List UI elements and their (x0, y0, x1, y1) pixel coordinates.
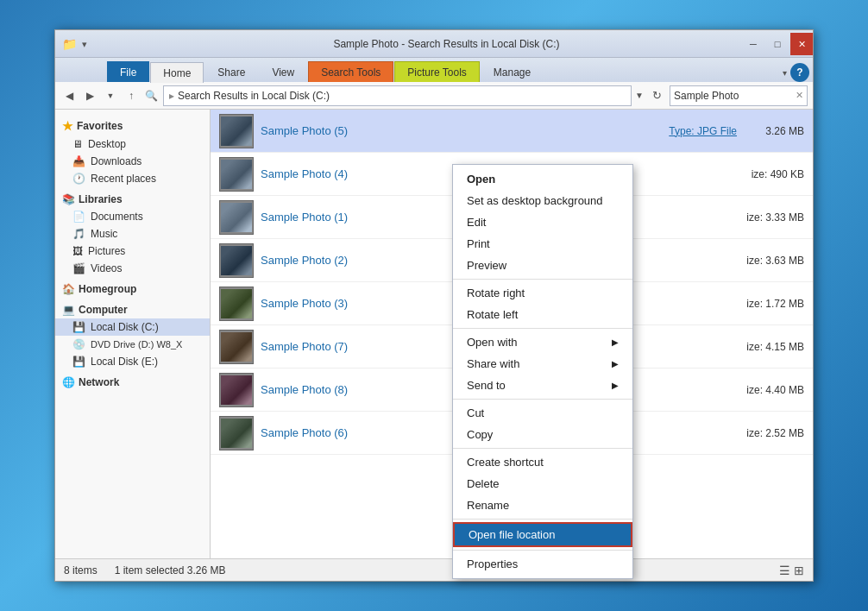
sidebar-item-videos[interactable]: 🎬 Videos (55, 260, 210, 277)
context-menu-item[interactable]: Rotate right (453, 282, 632, 304)
context-menu-item[interactable]: Edit (453, 211, 632, 233)
sidebar-section-favorites: ★ Favorites 🖥 Desktop 📥 Downloads 🕐 Rece… (55, 117, 210, 187)
file-size: ize: 2.52 MB (744, 427, 804, 439)
address-dropdown[interactable]: ▼ (635, 91, 644, 100)
file-thumbnail (219, 373, 254, 407)
sidebar-item-documents[interactable]: 📄 Documents (55, 208, 210, 225)
tab-view[interactable]: View (259, 61, 307, 82)
sidebar-section-libraries: 📚 Libraries 📄 Documents 🎵 Music 🖼 Pictur… (55, 191, 210, 277)
sidebar-item-pictures[interactable]: 🖼 Pictures (55, 243, 210, 260)
sidebar-header-network[interactable]: 🌐 Network (55, 374, 210, 391)
recent-locations-button[interactable]: ▼ (102, 87, 119, 104)
forward-button[interactable]: ▶ (81, 87, 98, 104)
sidebar-item-local-e[interactable]: 💾 Local Disk (E:) (55, 353, 210, 370)
sidebar: ★ Favorites 🖥 Desktop 📥 Downloads 🕐 Rece… (55, 110, 211, 558)
sidebar-item-recent[interactable]: 🕐 Recent places (55, 170, 210, 187)
context-menu-item[interactable]: Open (453, 168, 632, 190)
tab-file[interactable]: File (107, 61, 149, 82)
context-menu-item-label: Copy (467, 428, 493, 441)
tab-share[interactable]: Share (204, 61, 258, 82)
sidebar-header-libraries[interactable]: 📚 Libraries (55, 191, 210, 208)
drive-c-icon: 💾 (72, 321, 85, 333)
file-size: ize: 4.15 MB (744, 341, 804, 353)
context-menu-item[interactable]: Open file location (453, 522, 632, 547)
drive-e-icon: 💾 (72, 356, 85, 368)
address-arrow: ▸ (169, 90, 174, 102)
tab-picture[interactable]: Picture Tools (394, 61, 479, 82)
file-thumbnail (219, 416, 254, 450)
maximize-button[interactable]: □ (766, 33, 789, 55)
context-menu-item[interactable]: Rename (453, 494, 632, 516)
sidebar-item-music[interactable]: 🎵 Music (55, 225, 210, 243)
address-input[interactable]: ▸ Search Results in Local Disk (C:) (163, 85, 632, 106)
close-button[interactable]: ✕ (790, 33, 813, 55)
context-menu-item-label: Open file location (469, 528, 555, 541)
search-clear-button[interactable]: ✕ (796, 90, 803, 101)
context-menu-item[interactable]: Rotate left (453, 304, 632, 325)
context-menu-item-label: Open (467, 173, 495, 186)
help-button[interactable]: ? (790, 63, 809, 82)
downloads-icon: 📥 (72, 155, 85, 167)
search-input[interactable]: Sample Photo (674, 90, 796, 102)
libraries-icon: 📚 (62, 193, 75, 205)
context-menu-item-label: Create shortcut (467, 456, 544, 469)
status-bar: 8 items 1 item selected 3.26 MB ☰ ⊞ (55, 558, 813, 581)
file-item[interactable]: Sample Photo (5) Type: JPG File 3.26 MB (211, 110, 813, 153)
context-menu-item[interactable]: Open with▶ (453, 331, 632, 353)
sidebar-header-homegroup[interactable]: 🏠 Homegroup (55, 280, 210, 298)
context-menu-item[interactable]: Properties (453, 553, 632, 575)
documents-icon: 📄 (72, 211, 85, 223)
context-menu-separator (453, 328, 632, 329)
context-menu-item-label: Rotate right (467, 287, 525, 299)
sidebar-item-desktop[interactable]: 🖥 Desktop (55, 135, 210, 153)
search-box[interactable]: Sample Photo ✕ (670, 85, 808, 106)
refresh-button[interactable]: ↻ (647, 86, 666, 105)
sidebar-item-dvd-d[interactable]: 💿 DVD Drive (D:) W8_X (55, 336, 210, 353)
file-size: ize: 490 KB (744, 168, 804, 180)
context-menu-item-label: Properties (467, 557, 518, 570)
window-controls: ─ □ ✕ (742, 30, 813, 58)
drive-d-icon: 💿 (72, 338, 85, 350)
file-thumbnail (219, 330, 254, 364)
sidebar-favorites-label: Favorites (77, 120, 123, 132)
context-menu-item[interactable]: Cut (453, 402, 632, 424)
context-menu-item[interactable]: Print (453, 233, 632, 255)
minimize-button[interactable]: ─ (742, 33, 764, 55)
sidebar-item-downloads[interactable]: 📥 Downloads (55, 153, 210, 170)
back-button[interactable]: ◀ (60, 87, 78, 104)
videos-icon: 🎬 (72, 262, 85, 274)
file-size: ize: 3.33 MB (744, 211, 804, 224)
context-menu-item-label: Open with (467, 336, 518, 349)
large-icons-view-icon[interactable]: ⊞ (794, 564, 804, 577)
context-menu: OpenSet as desktop backgroundEditPrintPr… (452, 164, 633, 579)
music-icon: 🎵 (72, 228, 85, 240)
pictures-icon: 🖼 (72, 245, 83, 257)
context-menu-item[interactable]: Delete (453, 473, 632, 494)
star-icon: ★ (62, 119, 73, 133)
sidebar-header-computer[interactable]: 💻 Computer (55, 301, 210, 318)
sidebar-item-local-c[interactable]: 💾 Local Disk (C:) (55, 318, 210, 336)
file-thumbnail (219, 287, 254, 321)
tab-search[interactable]: Search Tools (308, 61, 393, 82)
computer-icon: 💻 (62, 304, 75, 316)
sidebar-header-favorites[interactable]: ★ Favorites (55, 117, 210, 135)
context-menu-item[interactable]: Send to▶ (453, 375, 632, 396)
context-menu-item-label: Rotate left (467, 308, 518, 321)
context-menu-item[interactable]: Share with▶ (453, 353, 632, 375)
explorer-window: 📁 ▾ Sample Photo - Search Results in Loc… (54, 29, 814, 582)
ribbon-collapse-chevron[interactable]: ▾ (783, 68, 787, 78)
context-menu-separator (453, 399, 632, 400)
details-view-icon[interactable]: ☰ (779, 564, 790, 577)
up-button[interactable]: ↑ (123, 87, 140, 104)
context-menu-item[interactable]: Set as desktop background (453, 190, 632, 211)
context-menu-separator (453, 519, 632, 520)
tab-manage[interactable]: Manage (481, 61, 544, 82)
recent-icon: 🕐 (72, 173, 85, 185)
window-title: Sample Photo - Search Results in Local D… (87, 30, 806, 58)
title-bar: 📁 ▾ Sample Photo - Search Results in Loc… (55, 30, 813, 58)
context-menu-item[interactable]: Copy (453, 424, 632, 445)
tab-home[interactable]: Home (150, 62, 204, 83)
desktop-icon: 🖥 (72, 138, 83, 150)
context-menu-item[interactable]: Preview (453, 255, 632, 276)
context-menu-item[interactable]: Create shortcut (453, 451, 632, 473)
